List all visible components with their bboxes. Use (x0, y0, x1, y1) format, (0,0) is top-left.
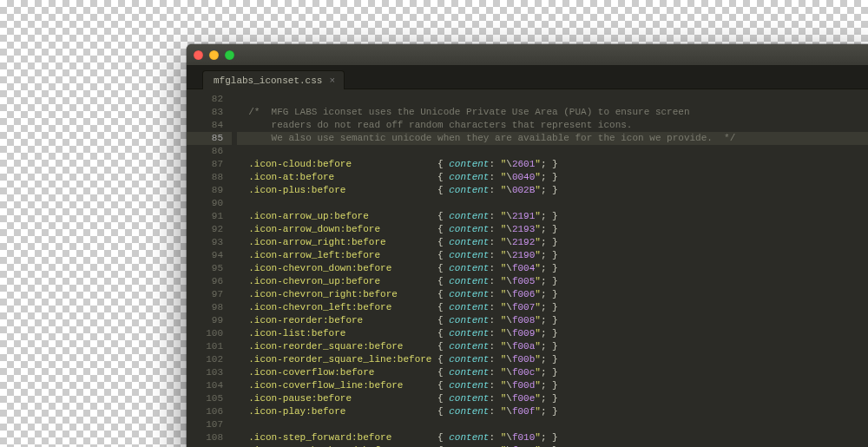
line-number: 93 (187, 236, 223, 249)
line-number: 83 (187, 106, 223, 119)
line-number: 86 (187, 145, 223, 158)
code-line: .icon-step_forward:before { content: "\f… (237, 431, 868, 444)
code-line: .icon-chevron_down:before { content: "\f… (237, 262, 868, 275)
code-line: We also use semantic unicode when they a… (237, 132, 868, 145)
line-number: 88 (187, 171, 223, 184)
line-number: 100 (187, 327, 223, 340)
code-line: .icon-chevron_up:before { content: "\f00… (237, 275, 868, 288)
line-number: 106 (187, 405, 223, 418)
zoom-icon[interactable] (225, 50, 234, 60)
window-titlebar[interactable] (187, 44, 868, 66)
line-number: 104 (187, 379, 223, 392)
close-tab-icon[interactable]: × (329, 76, 335, 86)
code-line: .icon-reorder_square:before { content: "… (237, 340, 868, 353)
close-icon[interactable] (194, 50, 203, 60)
line-number: 98 (187, 301, 223, 314)
code-line: .icon-coverflow:before { content: "\f00c… (237, 366, 868, 379)
line-number: 89 (187, 184, 223, 197)
code-line: .icon-arrow_right:before { content: "\21… (237, 236, 868, 249)
line-number: 99 (187, 314, 223, 327)
code-line (237, 418, 868, 431)
tab-filename: mfglabs_iconset.css (214, 76, 322, 86)
code-line: .icon-reorder_square_line:before { conte… (237, 353, 868, 366)
code-line: .icon-chevron_right:before { content: "\… (237, 288, 868, 301)
editor-window: mfglabs_iconset.css × 828384858687888990… (187, 44, 868, 447)
line-number: 101 (187, 340, 223, 353)
code-line: .icon-chevron_left:before { content: "\f… (237, 301, 868, 314)
editor: 8283848586878889909192939495969798991001… (187, 89, 868, 447)
line-number: 87 (187, 158, 223, 171)
code-line (237, 145, 868, 158)
line-number: 108 (187, 431, 223, 444)
code-line: .icon-pause:before { content: "\f00e"; } (237, 392, 868, 405)
code-line: readers do not read off random character… (237, 119, 868, 132)
line-number: 107 (187, 418, 223, 431)
line-number: 105 (187, 392, 223, 405)
tab-file[interactable]: mfglabs_iconset.css × (202, 70, 345, 89)
line-number-gutter: 8283848586878889909192939495969798991001… (187, 89, 232, 447)
line-number: 91 (187, 210, 223, 223)
code-line: .icon-coverflow_line:before { content: "… (237, 379, 868, 392)
tab-bar: mfglabs_iconset.css × (187, 66, 868, 89)
transparent-background: mfglabs_iconset.css × 828384858687888990… (0, 0, 868, 447)
code-line: .icon-arrow_down:before { content: "\219… (237, 223, 868, 236)
code-area[interactable]: /* MFG LABS iconset uses the Unicode Pri… (232, 89, 868, 447)
traffic-lights (194, 50, 234, 60)
code-line: /* MFG LABS iconset uses the Unicode Pri… (237, 106, 868, 119)
line-number: 94 (187, 249, 223, 262)
line-number: 92 (187, 223, 223, 236)
line-number: 102 (187, 353, 223, 366)
code-line: .icon-cloud:before { content: "\2601"; } (237, 158, 868, 171)
line-number: 96 (187, 275, 223, 288)
code-line: .icon-reorder:before { content: "\f008";… (237, 314, 868, 327)
line-number: 95 (187, 262, 223, 275)
code-line: .icon-plus:before { content: "\002B"; } (237, 184, 868, 197)
code-line (237, 197, 868, 210)
line-number: 103 (187, 366, 223, 379)
line-number: 84 (187, 119, 223, 132)
code-line: .icon-arrow_left:before { content: "\219… (237, 249, 868, 262)
minimize-icon[interactable] (209, 50, 219, 60)
code-line: .icon-play:before { content: "\f00f"; } (237, 405, 868, 418)
code-line: .icon-list:before { content: "\f009"; } (237, 327, 868, 340)
code-line: .icon-at:before { content: "\0040"; } (237, 171, 868, 184)
code-line: .icon-arrow_up:before { content: "\2191"… (237, 210, 868, 223)
line-number: 85 (187, 132, 232, 145)
line-number: 97 (187, 288, 223, 301)
code-line (237, 93, 868, 106)
line-number: 90 (187, 197, 223, 210)
line-number: 82 (187, 93, 223, 106)
